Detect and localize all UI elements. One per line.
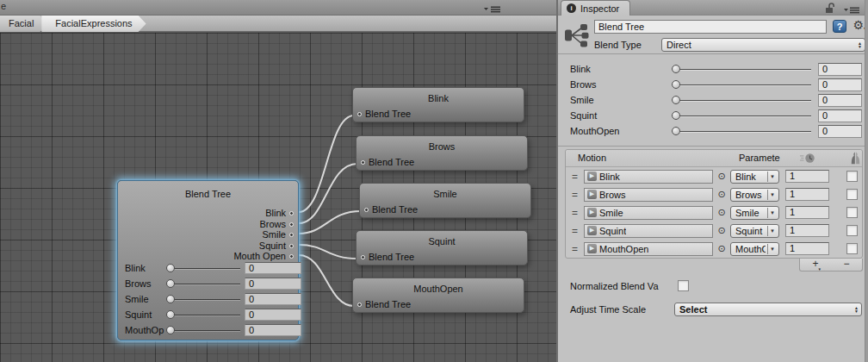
node-slider-blink: Blink 0 bbox=[125, 262, 301, 274]
slider-value-field[interactable]: 0 bbox=[245, 262, 301, 274]
parameter-slider[interactable] bbox=[672, 110, 811, 121]
mirror-checkbox[interactable] bbox=[846, 189, 858, 200]
parameter-dropdown[interactable]: Smile▼ bbox=[730, 206, 779, 220]
child-node-squint[interactable]: Squint Blend Tree bbox=[356, 230, 528, 265]
adjust-time-scale-dropdown[interactable]: Select ▲▼ bbox=[674, 303, 862, 316]
motion-object-field[interactable]: ▶Blink bbox=[584, 170, 713, 184]
output-pin-mouth-open[interactable]: Mouth Open bbox=[233, 251, 294, 261]
panel-menu-icon[interactable] bbox=[484, 4, 503, 15]
pin-icon[interactable] bbox=[357, 112, 362, 116]
parameter-value-field[interactable]: 0 bbox=[818, 78, 862, 91]
slider-knob[interactable] bbox=[166, 326, 175, 334]
output-pin-smile[interactable]: Smile bbox=[262, 229, 294, 240]
drag-handle-icon[interactable]: = bbox=[569, 243, 580, 255]
inspector-menu-icon[interactable] bbox=[844, 5, 861, 16]
breadcrumb-item-facialexpressions[interactable]: FacialExpressions bbox=[41, 16, 146, 32]
parameter-value-field[interactable]: 0 bbox=[818, 94, 862, 107]
mirror-checkbox[interactable] bbox=[846, 171, 858, 182]
object-picker-icon[interactable]: ⊙ bbox=[716, 243, 728, 254]
pin-icon[interactable] bbox=[361, 160, 365, 165]
parameter-row-smile: Smile 0 bbox=[558, 92, 868, 108]
slider-track[interactable] bbox=[166, 294, 240, 304]
output-pin-brows[interactable]: Brows bbox=[259, 219, 294, 229]
pin-icon[interactable] bbox=[357, 303, 362, 307]
slider-value-field[interactable]: 0 bbox=[245, 278, 301, 290]
slider-knob[interactable] bbox=[166, 310, 175, 319]
parameter-slider[interactable] bbox=[672, 64, 811, 74]
object-picker-icon[interactable]: ⊙ bbox=[716, 171, 728, 182]
motion-object-field[interactable]: ▶Brows bbox=[584, 188, 713, 202]
blend-type-dropdown[interactable]: Direct ▲▼ bbox=[661, 38, 865, 52]
normalized-blend-label: Normalized Blend Va bbox=[570, 281, 678, 291]
slider-knob[interactable] bbox=[672, 127, 680, 135]
blend-tree-root-node[interactable]: Blend Tree Blink Brows Smile Squint Mout… bbox=[117, 180, 299, 340]
pin-icon[interactable] bbox=[364, 208, 369, 212]
mirror-column-icon bbox=[850, 152, 861, 166]
drag-handle-icon[interactable]: = bbox=[569, 225, 580, 237]
parameter-dropdown[interactable]: Blink▼ bbox=[730, 170, 779, 184]
parameter-slider[interactable] bbox=[672, 95, 811, 105]
parameter-dropdown[interactable]: Squint▼ bbox=[730, 224, 779, 238]
drag-handle-icon[interactable]: = bbox=[569, 207, 580, 219]
child-node-brows[interactable]: Brows Blend Tree bbox=[356, 135, 528, 171]
motion-object-field[interactable]: ▶MouthOpen bbox=[584, 242, 713, 256]
drag-handle-icon[interactable]: = bbox=[569, 189, 580, 201]
slider-value-field[interactable]: 0 bbox=[245, 324, 301, 336]
help-icon[interactable]: ? bbox=[833, 20, 846, 33]
gear-icon[interactable]: ⚙ bbox=[852, 18, 864, 32]
mirror-checkbox[interactable] bbox=[846, 225, 858, 236]
parameter-value-field[interactable]: 0 bbox=[818, 63, 862, 76]
tab-inspector[interactable]: i Inspector bbox=[561, 0, 630, 16]
normalized-blend-checkbox[interactable] bbox=[678, 280, 689, 291]
lock-icon[interactable] bbox=[825, 3, 835, 16]
weight-value-field[interactable]: 1 bbox=[785, 242, 829, 255]
child-node-smile[interactable]: Smile Blend Tree bbox=[359, 183, 531, 218]
output-pin-squint[interactable]: Squint bbox=[259, 240, 294, 251]
parameter-value-field[interactable]: 0 bbox=[818, 109, 862, 122]
slider-track[interactable] bbox=[166, 263, 240, 273]
drag-handle-icon[interactable]: = bbox=[569, 171, 580, 183]
slider-knob[interactable] bbox=[166, 264, 175, 272]
mirror-checkbox[interactable] bbox=[846, 207, 858, 218]
normalized-blend-row: Normalized Blend Va bbox=[570, 280, 863, 291]
output-pin-blink[interactable]: Blink bbox=[265, 208, 294, 218]
object-picker-icon[interactable]: ⊙ bbox=[716, 225, 728, 236]
object-picker-icon[interactable]: ⊙ bbox=[716, 207, 728, 218]
blend-tree-canvas[interactable]: Blend Tree Blink Brows Smile Squint Mout… bbox=[0, 33, 556, 362]
child-node-mouthopen[interactable]: MouthOpen Blend Tree bbox=[352, 278, 524, 313]
motion-column-header: Motion bbox=[578, 153, 606, 163]
slider-value-field[interactable]: 0 bbox=[245, 309, 301, 321]
weight-value-field[interactable]: 1 bbox=[785, 170, 829, 183]
slider-knob[interactable] bbox=[166, 279, 175, 288]
slider-track[interactable] bbox=[166, 309, 240, 320]
child-node-blink[interactable]: Blink Blend Tree bbox=[352, 87, 524, 122]
object-picker-icon[interactable]: ⊙ bbox=[716, 189, 728, 200]
motion-object-field[interactable]: ▶Smile bbox=[584, 206, 713, 220]
slider-knob[interactable] bbox=[672, 111, 680, 120]
pin-icon[interactable] bbox=[361, 255, 365, 259]
weight-value-field[interactable]: 1 bbox=[785, 188, 829, 201]
weight-value-field[interactable]: 1 bbox=[785, 224, 829, 237]
slider-knob[interactable] bbox=[672, 96, 680, 104]
slider-knob[interactable] bbox=[672, 65, 680, 73]
add-motion-button[interactable]: +▾ bbox=[800, 259, 831, 271]
parameter-dropdown[interactable]: Brows▼ bbox=[730, 188, 779, 202]
blend-tree-header: Blend Tree ? ⚙ ▾ Blend Type Direct ▲▼ bbox=[558, 16, 868, 54]
slider-value-field[interactable]: 0 bbox=[245, 293, 301, 305]
mirror-checkbox[interactable] bbox=[846, 243, 858, 254]
add-caret-icon: ▾ bbox=[819, 264, 822, 275]
weight-value-field[interactable]: 1 bbox=[785, 206, 829, 219]
slider-knob[interactable] bbox=[166, 295, 175, 303]
slider-knob[interactable] bbox=[672, 80, 680, 89]
slider-track[interactable] bbox=[166, 278, 240, 289]
parameter-value-field[interactable]: 0 bbox=[818, 125, 862, 138]
breadcrumb-item-facial[interactable]: Facial bbox=[0, 16, 47, 32]
remove-motion-button[interactable]: − bbox=[831, 259, 862, 271]
blend-tree-name-field[interactable]: Blend Tree bbox=[594, 20, 827, 34]
slider-track[interactable] bbox=[166, 325, 240, 335]
parameter-slider[interactable] bbox=[672, 126, 811, 136]
breadcrumb: Facial FacialExpressions bbox=[0, 16, 556, 32]
motion-object-field[interactable]: ▶Squint bbox=[584, 224, 713, 238]
parameter-slider[interactable] bbox=[672, 79, 811, 90]
parameter-dropdown[interactable]: MouthOpen▼ bbox=[730, 242, 779, 256]
